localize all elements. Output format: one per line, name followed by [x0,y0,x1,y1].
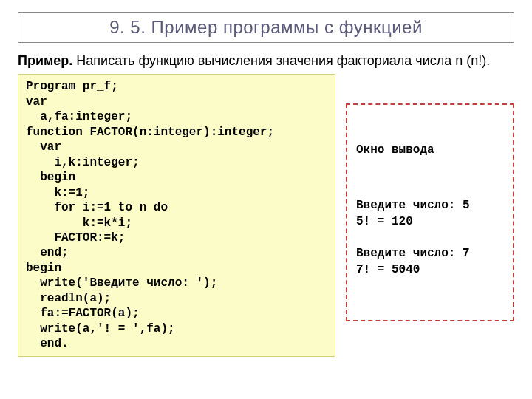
section-title: 9. 5. Пример программы с функцией [26,17,506,38]
code-listing: Program pr_f; var a,fa:integer; function… [18,74,335,356]
description-text: Написать функцию вычисления значения фак… [72,53,490,68]
example-description: Пример. Написать функцию вычисления знач… [18,52,514,69]
output-body: Введите число: 5 5! = 120 Введите число:… [356,198,504,278]
output-window: Окно вывода Введите число: 5 5! = 120 Вв… [346,103,514,321]
content-row: Program pr_f; var a,fa:integer; function… [18,74,514,356]
output-title: Окно вывода [356,143,504,159]
description-label: Пример. [18,53,72,68]
section-title-box: 9. 5. Пример программы с функцией [18,12,514,43]
